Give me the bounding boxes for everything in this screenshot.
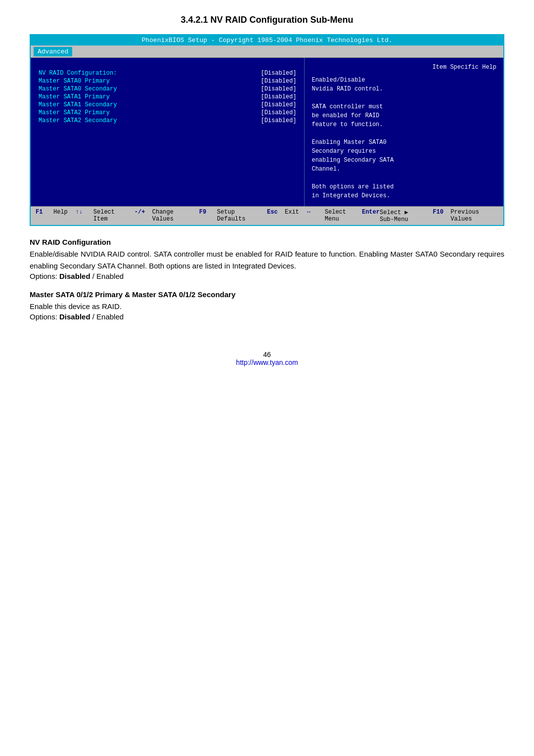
options-rest: / Enabled [90,272,124,280]
bios-footer-key: ↑↓ [76,209,93,223]
bios-window: PhoenixBIOS Setup - Copyright 1985-2004 … [30,34,504,226]
options-rest: / Enabled [90,312,124,321]
bios-row-value: [Disabled] [261,78,296,85]
bios-help-line [312,93,496,102]
bios-footer-key-label: Previous Values [450,209,490,223]
section-title: 3.4.2.1 NV RAID Configuration Sub-Menu [30,15,504,25]
bios-row-label: Master SATA1 Secondary [39,101,117,108]
page-footer: 46 http://www.tyan.com [30,351,504,366]
bios-help-line: Both options are listed [312,182,496,191]
bios-row[interactable]: Master SATA1 Primary[Disabled] [39,93,296,100]
desc-heading: NV RAID Configuration [30,238,504,246]
bios-footer-key-label: Change Values [152,209,191,223]
bios-footer: F1Help↑↓Select Item-/+Change ValuesF9Set… [31,206,503,225]
options-prefix: Options: [30,272,59,280]
bios-footer-key: ↔ [307,209,325,223]
bios-main-panel: NV RAID Configuration:[Disabled]Master S… [31,58,305,206]
bios-row: NV RAID Configuration:[Disabled] [39,70,296,77]
bios-row[interactable]: Master SATA2 Secondary[Disabled] [39,117,296,124]
bios-help-line: SATA controller must [312,102,496,111]
options-bold: Disabled [59,272,90,280]
desc-section: Master SATA 0/1/2 Primary & Master SATA … [30,290,504,321]
bios-content: NV RAID Configuration:[Disabled]Master S… [31,58,503,206]
bios-footer-key-label: Setup Defaults [217,209,259,223]
bios-help-line: enabling Secondary SATA [312,156,496,165]
bios-footer-key-label: Select Menu [325,209,354,223]
bios-row-value: [Disabled] [261,93,296,100]
bios-rows-container: NV RAID Configuration:[Disabled]Master S… [39,70,296,124]
bios-row-label: Master SATA1 Primary [39,93,110,100]
bios-help-line: Nvidia RAID control. [312,85,496,93]
bios-help-line [312,129,496,138]
bios-row-label: NV RAID Configuration: [39,70,117,77]
bios-help-line: Channel. [312,165,496,174]
options-prefix: Options: [30,312,59,321]
bios-menu-bar: Advanced [31,45,503,58]
options-bold: Disabled [59,312,90,321]
bios-row-value: [Disabled] [261,70,296,77]
bios-row-value: [Disabled] [261,109,296,116]
bios-footer-key-label: Exit [285,209,299,223]
bios-help-line: Enabling Master SATA0 [312,138,496,147]
bios-row-label: Master SATA2 Primary [39,109,110,116]
page-number: 46 [30,351,504,358]
bios-row-value: [Disabled] [261,86,296,92]
bios-row[interactable]: Master SATA0 Secondary[Disabled] [39,86,296,92]
bios-footer-key: -/+ [134,209,152,223]
page-container: 3.4.2.1 NV RAID Configuration Sub-Menu P… [0,0,534,381]
desc-text: Enable/disable NVIDIA RAID control. SATA… [30,248,504,272]
bios-help-panel: Item Specific Help Enabled/DisableNvidia… [305,58,503,206]
descriptions-container: NV RAID ConfigurationEnable/disable NVID… [30,238,504,321]
bios-footer-key: F1 [36,209,53,223]
bios-help-line: feature to function. [312,120,496,129]
website-link[interactable]: http://www.tyan.com [236,358,298,366]
bios-footer-key-label: Select ▶ Sub-Menu [380,209,425,223]
bios-footer-key: Esc [267,209,285,223]
bios-footer-left: F1Help↑↓Select Item-/+Change ValuesF9Set… [36,209,267,223]
bios-row[interactable]: Master SATA2 Primary[Disabled] [39,109,296,116]
bios-title-bar: PhoenixBIOS Setup - Copyright 1985-2004 … [31,35,503,45]
bios-help-title: Item Specific Help [312,64,496,71]
bios-row-label: Master SATA0 Primary [39,78,110,85]
bios-menu-advanced[interactable]: Advanced [34,47,72,56]
bios-footer-key: F10 [433,209,450,223]
desc-options: Options: Disabled / Enabled [30,272,504,280]
bios-row-value: [Disabled] [261,117,296,124]
bios-help-line [312,174,496,182]
bios-row[interactable]: Master SATA0 Primary[Disabled] [39,78,296,85]
bios-row-label: Master SATA2 Secondary [39,117,117,124]
bios-footer-key-label: Help [53,209,68,223]
bios-row[interactable]: Master SATA1 Secondary[Disabled] [39,101,296,108]
bios-spacer [39,125,296,155]
bios-help-line: be enabled for RAID [312,111,496,120]
bios-row-label: Master SATA0 Secondary [39,86,117,92]
bios-help-content: Enabled/DisableNvidia RAID control. SATA… [312,76,496,200]
bios-footer-key: Enter [362,209,380,223]
desc-options: Options: Disabled / Enabled [30,312,504,321]
bios-footer-key-label: Select Item [93,209,127,223]
desc-heading: Master SATA 0/1/2 Primary & Master SATA … [30,290,504,299]
bios-help-line: Secondary requires [312,147,496,156]
desc-text: Enable this device as RAID. [30,301,504,312]
bios-help-line: in Integrated Devices. [312,191,496,200]
bios-footer-key: F9 [199,209,217,223]
bios-help-line: Enabled/Disable [312,76,496,85]
bios-footer-right: EscExit↔Select MenuEnterSelect ▶ Sub-Men… [267,209,498,223]
bios-row-value: [Disabled] [261,101,296,108]
desc-section: NV RAID ConfigurationEnable/disable NVID… [30,238,504,280]
